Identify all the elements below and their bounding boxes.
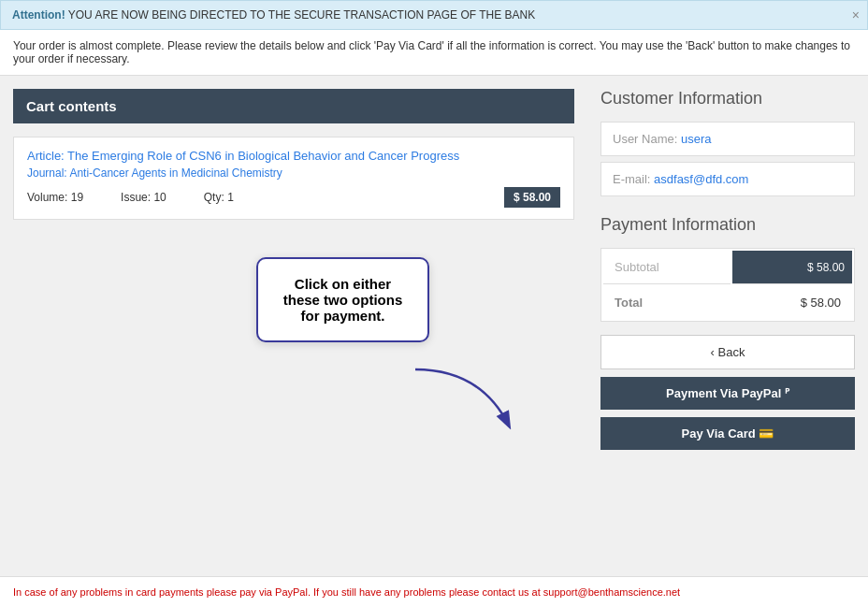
attention-bar: Attention! YOU ARE NOW BEING DIRECTED TO… <box>0 0 868 30</box>
footer-note: In case of any problems in card payments… <box>0 576 868 607</box>
item-price: $ 58.00 <box>504 187 560 208</box>
item-details: Volume: 19 Issue: 10 Qty: 1 $ 58.00 <box>27 187 560 208</box>
customer-section-title: Customer Information <box>600 89 855 108</box>
support-email[interactable]: support@benthamscience.net <box>543 586 680 598</box>
volume: Volume: 19 <box>27 191 83 204</box>
close-attention-button[interactable]: × <box>852 7 860 22</box>
order-note: Your order is almost complete. Please re… <box>0 30 868 76</box>
attention-message: YOU ARE NOW BEING DIRECTED TO THE SECURE… <box>68 8 535 22</box>
cart-header: Cart contents <box>13 89 574 123</box>
total-label: Total <box>603 286 731 319</box>
detail-group: Volume: 19 Issue: 10 Qty: 1 <box>27 191 234 204</box>
card-label: Pay Via Card <box>682 426 756 441</box>
total-row: Total $ 58.00 <box>603 286 852 319</box>
qty: Qty: 1 <box>204 191 234 204</box>
paypal-button[interactable]: Payment Via PayPal ᴾ <box>600 377 855 410</box>
username-box: User Name: usera <box>600 122 855 156</box>
tooltip-bubble: Click on either these two options for pa… <box>256 257 429 342</box>
payment-table: Subtotal $ 58.00 Total $ 58.00 <box>600 248 855 322</box>
issue: Issue: 10 <box>121 191 166 204</box>
back-button[interactable]: ‹ Back <box>600 335 855 369</box>
total-amount: $ 58.00 <box>732 286 852 319</box>
tooltip-text: Click on either these two options for pa… <box>283 276 403 324</box>
cart-item: Article: The Emerging Role of CSN6 in Bi… <box>13 137 574 220</box>
cart-title: Cart contents <box>26 98 117 114</box>
email-box: E-mail: asdfasf@dfd.com <box>600 162 855 196</box>
payment-section: Payment Information Subtotal $ 58.00 Tot… <box>600 215 855 450</box>
card-button[interactable]: Pay Via Card 💳 <box>600 417 855 450</box>
article-title: Article: The Emerging Role of CSN6 in Bi… <box>27 149 560 163</box>
main-content: Cart contents Article: The Emerging Role… <box>0 76 868 463</box>
left-column: Cart contents Article: The Emerging Role… <box>0 76 587 463</box>
paypal-label: Payment Via PayPal <box>666 386 781 400</box>
subtotal-row: Subtotal $ 58.00 <box>603 251 852 284</box>
attention-label: Attention! <box>12 8 65 22</box>
paypal-icon: ᴾ <box>785 386 789 400</box>
subtotal-amount: $ 58.00 <box>732 251 852 284</box>
payment-section-title: Payment Information <box>600 215 855 235</box>
tooltip-arrow <box>406 360 518 435</box>
journal-name: Journal: Anti-Cancer Agents in Medicinal… <box>27 166 560 180</box>
tooltip-area: Click on either these two options for pa… <box>13 238 574 407</box>
right-column: Customer Information User Name: usera E-… <box>587 76 868 463</box>
card-icon: 💳 <box>759 426 774 441</box>
subtotal-label: Subtotal <box>603 251 731 284</box>
